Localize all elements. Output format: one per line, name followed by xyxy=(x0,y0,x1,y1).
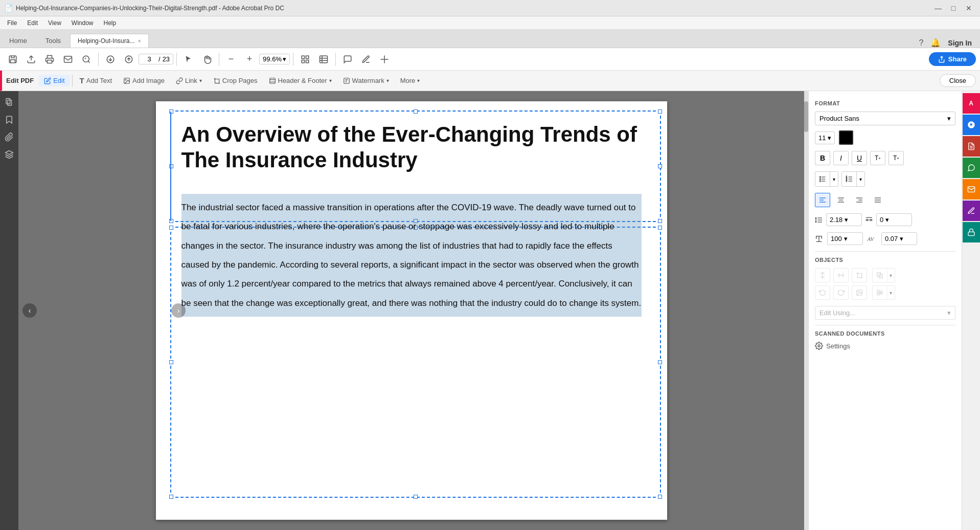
resize-handle-br[interactable] xyxy=(658,219,662,223)
reading-mode-button[interactable] xyxy=(315,51,332,68)
menu-file[interactable]: File xyxy=(2,18,22,28)
superscript-button[interactable]: T+ xyxy=(870,151,885,165)
page-up-button[interactable] xyxy=(120,51,138,68)
font-color-picker[interactable] xyxy=(839,130,853,145)
underline-button[interactable]: U xyxy=(852,151,867,165)
hand-tool-button[interactable] xyxy=(198,51,216,68)
sign-in-button[interactable]: Sign In xyxy=(948,39,972,47)
help-icon[interactable]: ? xyxy=(919,38,923,48)
scale-selector[interactable]: 100 ▾ xyxy=(827,232,863,245)
align-objects-dropdown[interactable]: ▾ xyxy=(887,285,895,300)
align-justify-button[interactable] xyxy=(870,193,885,207)
align-center-button[interactable] xyxy=(833,193,849,207)
scroll-thumb[interactable] xyxy=(804,101,808,132)
email-button[interactable] xyxy=(59,51,77,68)
number-list-button[interactable]: 123 xyxy=(842,172,856,186)
link-button[interactable]: Link ▾ xyxy=(171,75,207,86)
rotate-ccw-button[interactable] xyxy=(815,285,830,300)
pdf-body[interactable]: The industrial sector faced a massive tr… xyxy=(181,194,642,317)
page-navigator[interactable]: / 23 xyxy=(139,54,173,64)
resize-handle-tr[interactable] xyxy=(658,109,662,114)
sidebar-attachments-icon[interactable] xyxy=(2,130,16,144)
notifications-icon[interactable]: 🔔 xyxy=(930,38,941,48)
maximize-button[interactable]: □ xyxy=(946,3,961,13)
edge-button-6[interactable] xyxy=(963,222,980,242)
resize-handle-mr[interactable] xyxy=(658,164,662,168)
current-page-input[interactable] xyxy=(142,55,156,63)
sidebar-bookmarks-icon[interactable] xyxy=(2,113,16,127)
close-window-button[interactable]: ✕ xyxy=(962,3,976,13)
flip-vertical-button[interactable] xyxy=(833,268,849,282)
replace-image-button[interactable] xyxy=(852,285,867,300)
edge-button-1[interactable] xyxy=(963,115,980,135)
cursor-tool-button[interactable] xyxy=(180,51,197,68)
pen-button[interactable] xyxy=(357,51,375,68)
menu-edit[interactable]: Edit xyxy=(22,18,43,28)
edge-button-5[interactable] xyxy=(963,201,980,221)
tab-home[interactable]: Home xyxy=(0,34,36,48)
subscript-button[interactable]: T+ xyxy=(888,151,904,165)
char-spacing-selector[interactable]: 0 ▾ xyxy=(876,213,912,226)
edge-button-2[interactable] xyxy=(963,136,980,157)
measure-button[interactable] xyxy=(376,51,393,68)
menu-view[interactable]: View xyxy=(43,18,66,28)
zoom-out-button[interactable]: − xyxy=(222,51,240,68)
pdf-viewer[interactable]: ‹ An Overview of the Ever-Changing Trend… xyxy=(18,91,804,530)
font-family-selector[interactable]: Product Sans ▾ xyxy=(815,112,955,125)
sidebar-layers-icon[interactable] xyxy=(2,147,16,162)
arrange-dropdown[interactable]: ▾ xyxy=(887,268,895,282)
close-edit-button[interactable]: Close xyxy=(940,74,976,87)
font-size-selector[interactable]: 11 ▾ xyxy=(815,131,835,144)
zoom-selector[interactable]: 99.6% ▾ xyxy=(259,54,290,64)
crop-object-button[interactable] xyxy=(852,268,867,282)
arrange-button[interactable] xyxy=(872,268,887,282)
pdf-body-text[interactable]: The industrial sector faced a massive tr… xyxy=(181,194,642,317)
bullet-list-button[interactable] xyxy=(815,172,830,186)
align-left-button[interactable] xyxy=(815,193,830,207)
header-footer-button[interactable]: Header & Footer ▾ xyxy=(264,75,337,86)
pdf-title[interactable]: An Overview of the Ever-Changing Trends … xyxy=(181,122,642,173)
italic-button[interactable]: I xyxy=(833,151,849,165)
tab-tools[interactable]: Tools xyxy=(36,34,70,48)
zoom-in-button[interactable]: + xyxy=(241,51,258,68)
edge-button-0[interactable]: A xyxy=(963,93,980,114)
tab-close-button[interactable]: × xyxy=(138,38,141,44)
edit-button[interactable]: Edit xyxy=(39,75,70,86)
find-button[interactable] xyxy=(78,51,95,68)
share-button[interactable]: Share xyxy=(929,52,976,66)
page-down-button[interactable] xyxy=(102,51,119,68)
comment-button[interactable] xyxy=(339,51,356,68)
resize-handle-ml[interactable] xyxy=(169,164,173,168)
resize-handle-tc[interactable] xyxy=(414,109,418,114)
sidebar-pages-icon[interactable] xyxy=(2,95,16,109)
crop-view-button[interactable] xyxy=(297,51,314,68)
page-prev-arrow[interactable]: ‹ xyxy=(22,303,37,318)
bold-button[interactable]: B xyxy=(815,151,830,165)
upload-button[interactable] xyxy=(22,51,40,68)
char-tracking-selector[interactable]: 0.07 ▾ xyxy=(881,232,917,245)
menu-window[interactable]: Window xyxy=(66,18,99,28)
align-right-button[interactable] xyxy=(852,193,867,207)
rotate-cw-button[interactable] xyxy=(833,285,849,300)
edge-button-4[interactable] xyxy=(963,179,980,200)
page-next-arrow[interactable]: › xyxy=(171,303,186,318)
flip-horizontal-button[interactable] xyxy=(815,268,830,282)
crop-pages-button[interactable]: Crop Pages xyxy=(208,75,263,86)
save-button[interactable] xyxy=(4,51,21,68)
edge-button-3[interactable] xyxy=(963,158,980,178)
edit-using-row[interactable]: Edit Using... ▾ xyxy=(815,306,955,320)
align-objects-button[interactable] xyxy=(872,285,887,300)
number-list-dropdown[interactable]: ▾ xyxy=(856,172,864,186)
add-image-button[interactable]: Add Image xyxy=(118,75,170,86)
tab-document[interactable]: Helping-Out-Insura... × xyxy=(70,34,149,48)
menu-help[interactable]: Help xyxy=(99,18,122,28)
watermark-button[interactable]: Watermark ▾ xyxy=(338,75,394,86)
bullet-list-dropdown[interactable]: ▾ xyxy=(830,172,838,186)
print-button[interactable] xyxy=(41,51,58,68)
line-spacing-selector[interactable]: 2.18 ▾ xyxy=(826,213,862,226)
more-button[interactable]: More ▾ xyxy=(395,75,425,86)
resize-handle-tl[interactable] xyxy=(169,109,173,114)
add-text-button[interactable]: T Add Text xyxy=(75,74,118,87)
settings-row[interactable]: Settings xyxy=(815,342,955,350)
minimize-button[interactable]: — xyxy=(931,3,945,13)
